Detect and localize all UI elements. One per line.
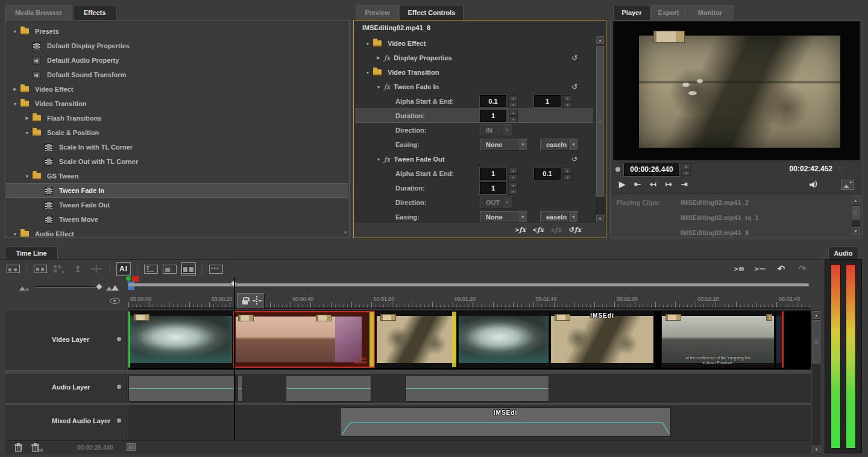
expander-down-icon[interactable]: ▼ (376, 157, 382, 162)
timeline-clip-ink-2[interactable]: IMSEdi (550, 311, 654, 368)
title-two-icon[interactable] (181, 262, 196, 276)
param-value2-field[interactable]: 1 (534, 95, 561, 107)
audio-clip[interactable] (286, 375, 371, 402)
tree-item-gs-tween[interactable]: ▼GS Tween (6, 169, 348, 183)
timeline-clip-sea-gray[interactable]: at the confluence of the Yangqing Kaiin … (661, 311, 775, 368)
clips-scroll-up-icon[interactable]: ▲ (852, 197, 860, 204)
next-marker-button[interactable]: ↦ (665, 180, 672, 189)
audio-track[interactable] (128, 374, 811, 403)
insert-up-icon[interactable]: ↥ (71, 262, 85, 276)
zoom-slider[interactable] (35, 286, 102, 288)
expander-right-icon[interactable]: ▶ (376, 55, 382, 60)
tab-media-browser[interactable]: Media Browser (5, 5, 72, 20)
tab-timeline[interactable]: Time Line (5, 246, 58, 260)
effects-scroll-down-icon[interactable]: ▾ (344, 230, 347, 235)
step-up-icon[interactable]: ▲ (682, 163, 691, 169)
reset-effect-icon[interactable]: ↺ (571, 54, 577, 61)
timeline-clip-ink-1[interactable] (376, 311, 457, 368)
timeline-scroll-down-icon[interactable]: ▼ (813, 446, 820, 453)
tree-item-video-effect[interactable]: ▶Video Effect (6, 82, 348, 96)
timeline-clip-end[interactable] (776, 311, 784, 368)
timeline-clip-sea-selected[interactable]: PX11 Anna GN (233, 311, 375, 368)
step-up-icon[interactable]: ▲ (509, 182, 518, 188)
param-stepper[interactable]: ▲▼ (509, 182, 518, 194)
param-value2-field[interactable]: 0.1 (534, 168, 561, 180)
step-down-icon[interactable]: ▼ (563, 174, 572, 180)
delete-all-icon[interactable]: all (31, 444, 39, 452)
param-value-field[interactable]: 1 (480, 182, 506, 194)
step-up-icon[interactable]: ▲ (509, 110, 518, 116)
clips-scrollbar-thumb[interactable] (852, 206, 860, 219)
step-down-icon[interactable]: ▼ (682, 170, 691, 176)
mixed-audio-track[interactable]: IMSEdi (128, 405, 811, 440)
timeline-clip-ice-2[interactable] (458, 311, 549, 368)
param-value-field[interactable]: 1 (480, 168, 506, 180)
mixed-audio-clip[interactable]: IMSEdi (340, 408, 671, 437)
audio-clip[interactable] (237, 375, 242, 402)
title-dots-icon[interactable] (209, 262, 223, 276)
tab-effects[interactable]: Effects (73, 5, 116, 20)
param-stepper[interactable]: ▲▼ (509, 110, 518, 122)
tree-item-tween-move[interactable]: Tween Move (6, 212, 348, 227)
prev-marker-button[interactable]: ↤ (650, 180, 656, 189)
expander-down-icon[interactable]: ▼ (12, 232, 18, 236)
text-ai-button[interactable]: AI (116, 262, 131, 276)
step-down-icon[interactable]: ▼ (563, 102, 572, 108)
zoom-slider-thumb[interactable] (95, 283, 103, 291)
expander-right-icon[interactable]: ▶ (24, 116, 30, 121)
step-down-icon[interactable]: ▼ (509, 116, 518, 122)
step-up-icon[interactable]: ▲ (509, 95, 518, 101)
tab-player[interactable]: Player (613, 5, 650, 20)
tree-item-audio-effect[interactable]: ▼Audio Effect (6, 227, 348, 238)
reset-fx-button[interactable]: ↺ƒx (568, 226, 581, 234)
title-box-icon[interactable] (162, 262, 177, 276)
step-down-icon[interactable]: ▼ (509, 174, 518, 180)
expander-right-icon[interactable]: ▶ (12, 87, 18, 92)
effect-row-easing-[interactable]: Easing:None▼easeIn▼ (355, 137, 593, 152)
expander-down-icon[interactable]: ▼ (376, 85, 382, 89)
current-time-field[interactable]: 00:00:26.440 (624, 163, 679, 176)
tree-item-scale-out-with-tl-corner[interactable]: Scale Out with TL Corner (6, 154, 348, 169)
effect-row-direction-[interactable]: Direction:IN▼ (355, 123, 593, 137)
razor-icon[interactable]: > (753, 262, 767, 276)
effect-row-video-effect[interactable]: ▼Video Effect (355, 36, 593, 51)
expander-down-icon[interactable]: ▼ (365, 71, 371, 75)
visibility-eye-icon[interactable] (110, 298, 120, 304)
apply-fx-forward-button[interactable]: >ƒx (515, 226, 526, 234)
effect-row-tween-fade-in[interactable]: ▼ƒxTween Fade In↺ (355, 80, 593, 94)
effect-row-tween-fade-out[interactable]: ▼ƒxTween Fade Out↺ (355, 152, 593, 166)
expander-down-icon[interactable]: ▼ (24, 174, 30, 178)
playing-clip-item[interactable]: IMSEditing02.mp41_ra_1 (681, 214, 759, 221)
effect-row-duration-[interactable]: Duration:1▲▼ (355, 109, 593, 123)
snapshot-icon[interactable] (841, 180, 854, 190)
playing-clip-item[interactable]: IMSEditing02.mp41_8 (681, 229, 749, 236)
time-stepper[interactable]: ▲ ▼ (682, 163, 691, 175)
tree-item-tween-fade-out[interactable]: Tween Fade Out (6, 198, 348, 212)
playhead[interactable] (234, 277, 235, 440)
remove-fx-button[interactable]: xƒx (551, 226, 561, 234)
audio-clip[interactable] (128, 375, 236, 402)
tab-monitor[interactable]: Monitor (687, 5, 734, 20)
audio-clip[interactable] (405, 375, 549, 402)
param-stepper2[interactable]: ▲▼ (563, 95, 572, 107)
mixed-audio-track-dot[interactable] (117, 418, 121, 423)
param-stepper[interactable]: ▲▼ (509, 95, 518, 107)
dropdown-in[interactable]: IN▼ (480, 124, 512, 136)
step-up-icon[interactable]: ▲ (563, 95, 572, 101)
param-stepper[interactable]: ▲▼ (509, 168, 518, 180)
playhead-chip-green[interactable] (126, 276, 131, 281)
speaker-icon[interactable] (810, 181, 817, 188)
tree-item-video-transition[interactable]: ▼Video Transition (6, 96, 348, 111)
tree-item-tween-fade-in[interactable]: Tween Fade In (6, 183, 348, 198)
param-value-field[interactable]: 0.1 (480, 95, 506, 107)
undo-button[interactable]: ↶ (774, 262, 788, 276)
dropdown-out[interactable]: OUT▼ (480, 197, 512, 209)
playing-clip-item[interactable]: IMSEditing02.mp41_2 (681, 199, 749, 206)
tree-item-scale-in-with-tl-corner[interactable]: Scale In with TL Corner (6, 140, 348, 154)
param-value-field[interactable]: 1 (480, 110, 506, 122)
step-up-icon[interactable]: ▲ (509, 168, 518, 174)
scroll-up-icon[interactable]: ▲ (596, 36, 604, 44)
horizontal-scroll-handle[interactable]: ||| (127, 443, 136, 451)
tab-preview[interactable]: Preview (356, 5, 399, 20)
redo-button[interactable]: ↷ (795, 262, 810, 276)
